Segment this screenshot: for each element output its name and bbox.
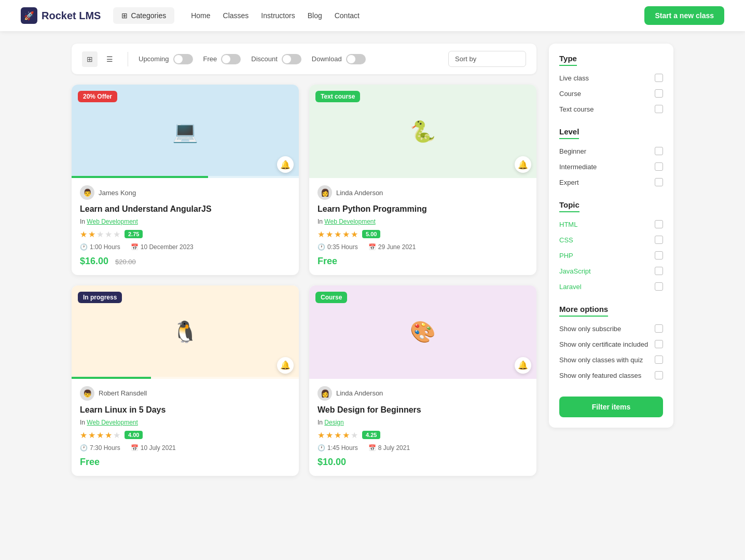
level-items: Beginner Intermediate Expert (559, 143, 663, 190)
course-image: 🐧 In progress 🔔 (72, 285, 299, 379)
date-meta: 📅 10 July 2021 (131, 444, 176, 452)
course-image: 💻 20% Offer 🔔 (72, 85, 299, 178)
type-checkbox-1[interactable] (655, 89, 663, 98)
bell-button[interactable]: 🔔 (515, 357, 531, 374)
category-link[interactable]: Design (324, 419, 343, 426)
level-checkbox-2[interactable] (655, 178, 663, 186)
star-1: ★ (318, 430, 325, 440)
topic-checkbox-3[interactable] (655, 267, 663, 275)
list-view-button[interactable]: ☰ (102, 51, 117, 67)
calendar-icon: 📅 (131, 444, 139, 452)
topic-checkbox-1[interactable] (655, 236, 663, 244)
start-new-class-button[interactable]: Start a new class (644, 6, 724, 25)
original-price: $20.00 (115, 258, 136, 266)
level-filter-item: Expert (559, 174, 663, 190)
sidebar: Type Live class Course Text course Level… (549, 44, 673, 476)
type-checkbox-2[interactable] (655, 105, 663, 113)
more-checkbox-3[interactable] (655, 371, 663, 379)
bell-button[interactable]: 🔔 (515, 156, 531, 173)
logo-icon: 🚀 (21, 7, 37, 24)
level-checkbox-1[interactable] (655, 162, 663, 171)
star-3: ★ (96, 229, 104, 239)
type-filter-item: Text course (559, 101, 663, 117)
topic-filter-item: PHP (559, 248, 663, 263)
clock-icon: 🕐 (318, 444, 325, 452)
course-category: In Web Development (80, 419, 291, 426)
calendar-icon: 📅 (368, 243, 376, 251)
level-title: Level (559, 127, 579, 139)
level-filter-label: Beginner (559, 147, 586, 155)
course-price: $16.00 $20.00 (80, 256, 136, 266)
topic-checkbox-2[interactable] (655, 251, 663, 259)
grid-view-button[interactable]: ⊞ (82, 51, 98, 67)
sort-select[interactable]: Sort by Newest Oldest Price: Low to High… (448, 51, 526, 67)
more-checkbox-0[interactable] (655, 324, 663, 333)
hours-text: 1:45 Hours (327, 444, 358, 452)
category-link[interactable]: Web Development (324, 218, 376, 225)
star-rating: ★★★★★ 5.00 (318, 229, 528, 239)
topic-checkbox-0[interactable] (655, 220, 663, 228)
topic-title: Topic (559, 200, 580, 212)
star-3: ★ (334, 229, 341, 239)
more-filter-label: Show only classes with quiz (559, 356, 643, 364)
more-checkbox-1[interactable] (655, 340, 663, 348)
star-4: ★ (342, 430, 350, 440)
type-section: Type Live class Course Text course (559, 54, 663, 117)
download-toggle[interactable] (346, 54, 366, 64)
topic-checkbox-4[interactable] (655, 282, 663, 291)
type-checkbox-0[interactable] (655, 74, 663, 82)
filter-items-button[interactable]: Filter items (559, 397, 663, 417)
more-filter-item: Show only subscribe (559, 321, 663, 336)
star-rating: ★★★★★ 4.25 (318, 430, 528, 440)
topic-filter-item: HTML (559, 216, 663, 232)
discount-toggle-group: Discount (251, 54, 301, 64)
category-link[interactable]: Web Development (87, 419, 138, 426)
author-row: 👦 Robert Ransdell (80, 386, 291, 401)
star-3: ★ (96, 430, 104, 440)
logo: 🚀 Rocket LMS (21, 7, 101, 24)
upcoming-label: Upcoming (139, 55, 169, 63)
discount-toggle[interactable] (282, 54, 301, 64)
navbar: 🚀 Rocket LMS ⊞ Categories Home Classes I… (0, 0, 745, 31)
star-rating: ★★★★★ 4.00 (80, 430, 291, 440)
course-category: In Design (318, 419, 528, 426)
course-body: 👩 Linda Anderson Learn Python Programmin… (309, 178, 536, 275)
grid-icon: ⊞ (121, 11, 128, 20)
star-4: ★ (342, 229, 350, 239)
categories-button[interactable]: ⊞ Categories (113, 7, 174, 24)
nav-home[interactable]: Home (191, 11, 210, 20)
download-toggle-group: Download (312, 54, 366, 64)
bell-button[interactable]: 🔔 (277, 357, 294, 374)
date-text: 29 June 2021 (378, 243, 416, 251)
progress-fill (72, 377, 151, 379)
nav-contact[interactable]: Contact (335, 11, 360, 20)
more-checkbox-2[interactable] (655, 356, 663, 364)
nav-blog[interactable]: Blog (308, 11, 322, 20)
more-filter-label: Show only certificate included (559, 340, 648, 348)
star-1: ★ (80, 430, 87, 440)
course-badge: Text course (315, 91, 360, 102)
upcoming-toggle[interactable] (173, 54, 193, 64)
logo-text: Rocket LMS (42, 10, 101, 22)
author-row: 👩 Linda Anderson (318, 386, 528, 401)
star-1: ★ (80, 229, 87, 239)
nav-links: Home Classes Instructors Blog Contact (191, 11, 644, 20)
topic-filter-item: JavaScript (559, 263, 663, 279)
filter-bar: ⊞ ☰ Upcoming Free Discount (72, 44, 536, 74)
nav-instructors[interactable]: Instructors (261, 11, 295, 20)
category-link[interactable]: Web Development (87, 218, 138, 225)
filter-divider (128, 52, 128, 66)
free-toggle[interactable] (221, 54, 241, 64)
level-checkbox-0[interactable] (655, 147, 663, 155)
more-options-section: More options Show only subscribe Show on… (559, 305, 663, 383)
type-title: Type (559, 54, 577, 66)
bell-button[interactable]: 🔔 (277, 156, 294, 173)
course-price: Free (80, 457, 100, 467)
nav-classes[interactable]: Classes (223, 11, 249, 20)
course-meta: 🕐 1:45 Hours 📅 8 July 2021 (318, 444, 528, 452)
course-body: 👩 Linda Anderson Web Design for Beginner… (309, 379, 536, 476)
grid-view-icon: ⊞ (87, 55, 93, 63)
star-2: ★ (326, 430, 333, 440)
topic-filter-item: CSS (559, 232, 663, 248)
calendar-icon: 📅 (368, 444, 376, 452)
